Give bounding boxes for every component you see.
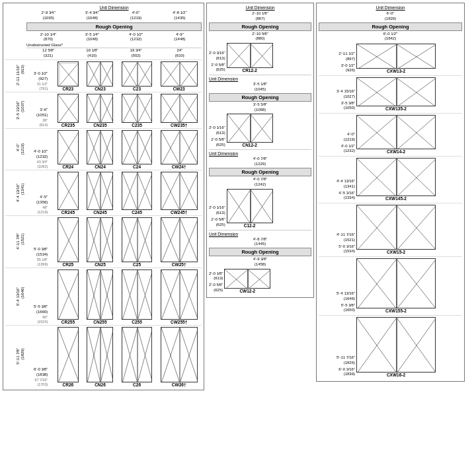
svg-line-163 — [397, 205, 436, 250]
rough-opening-label-mid1: Rough Opening — [209, 22, 311, 31]
svg-line-84 — [180, 218, 198, 262]
svg-line-148 — [397, 78, 436, 106]
window-cn23: CN23 — [87, 61, 113, 91]
window-c245: C245 — [122, 172, 152, 215]
table-row: 5'-11 7⁄8" (1829) 6'-0 3⁄8" (1838) 67 7⁄… — [5, 325, 202, 387]
table-row: 4'-4 13⁄16" (1341) 4'-5" (1356) 48" (121… — [5, 170, 202, 215]
c12-2-section: Unit Dimension 4'-0 7⁄8"(1229) Rough Ope… — [209, 149, 311, 227]
right-panel: Unit Dimension 6'-0"(1829) Rough Opening… — [316, 3, 465, 382]
svg-line-103 — [58, 328, 79, 382]
cxw14-2-section: 4'-0"(1219) 4'-0 1⁄2"(1232) CXW14-2 — [319, 113, 462, 154]
cxw15-2-section: 4'-11 7⁄16"(1521) 5'-0 3⁄16"(1534) CXW15… — [319, 203, 462, 254]
svg-line-128 — [251, 114, 273, 143]
svg-line-28 — [138, 94, 152, 123]
window-cr235: CR235 — [58, 94, 79, 127]
svg-line-62 — [138, 172, 152, 210]
table-row: 2'-11 11⁄16" (913) 3'-0 1⁄2" (927) 31 1⁄… — [5, 59, 202, 91]
svg-line-11 — [138, 62, 152, 87]
cxw155-2-section: 5'-4 13⁄16"(1646) 5'-5 3⁄8"(1650) CXW155… — [319, 256, 462, 313]
left-panel: Unit Dimension 2'-9 3⁄4" (1035) 3'-4 3⁄4… — [3, 3, 204, 390]
svg-line-0 — [58, 62, 79, 87]
window-cn235: CN235 — [87, 94, 113, 127]
svg-line-138 — [248, 269, 270, 289]
window-cw23: CW23 — [161, 61, 198, 91]
table-row: 5'-4 13⁄16" (1646) 5'-5 3⁄8" (1660) 60" … — [5, 267, 202, 324]
window-cn255: CN255 — [87, 269, 113, 324]
window-cr255: CR255 — [58, 269, 79, 324]
rough-opening-label-left: Rough Opening — [26, 22, 202, 31]
window-cn12-2: CN12-2 — [227, 114, 273, 147]
svg-line-69 — [58, 218, 79, 262]
window-c23: C23 — [122, 61, 152, 91]
svg-line-57 — [100, 172, 113, 210]
svg-line-33 — [180, 94, 198, 123]
window-c255: C255 — [122, 269, 152, 324]
table-row: 3'-5 13⁄16" (1037) 3'-6" (1051) 36" (914… — [5, 92, 202, 127]
svg-line-23 — [100, 94, 113, 123]
window-cw25: CW25† — [161, 217, 198, 267]
window-cn25: CN25 — [87, 217, 113, 267]
window-cr245: CR245 — [58, 172, 79, 215]
rough-opening-label-mid4: Rough Opening — [209, 248, 311, 256]
window-cw255: CW255† — [161, 269, 198, 324]
window-cr26: CR26 — [58, 327, 79, 387]
window-cn24: CN24 — [87, 130, 113, 169]
window-cr12-2: CR12-2 — [227, 43, 273, 73]
middle-panel: Unit Dimension 2'-10 1⁄8"(867) Rough Ope… — [206, 3, 314, 298]
svg-line-133 — [251, 190, 273, 223]
svg-line-67 — [180, 172, 198, 210]
window-cr23: CR23 — [58, 61, 79, 91]
unit-dimension-header-right: Unit Dimension — [319, 5, 462, 10]
window-cn245: CN245 — [87, 172, 113, 215]
svg-line-50 — [180, 131, 198, 164]
table-row: 4'-0" (1219) 4'-0 1⁄2" (1232) 43 3⁄4" (1… — [5, 128, 202, 169]
svg-line-118 — [180, 328, 198, 382]
svg-line-123 — [251, 44, 273, 68]
svg-line-86 — [58, 270, 79, 320]
top-dim-cn23: 3'-4 3⁄4" (1048) — [70, 11, 114, 21]
unobstructed-glass-label: Unobstructed Glass* 12 5⁄8"(321) 16 1⁄8"… — [26, 43, 202, 59]
window-cw235: CW235† — [161, 94, 198, 127]
ro-dim-cr23: 2'-10 1⁄4"(870) — [26, 32, 70, 43]
rough-opening-label-right: Rough Opening — [319, 22, 462, 31]
cw12-2-section: Unit Dimension 4'-8 7⁄8"(1445) Rough Ope… — [209, 230, 311, 293]
window-cn26: CN26 — [87, 327, 113, 387]
unit-dimension-header-mid: Unit Dimension — [209, 5, 311, 10]
row1-ro: 3'-0 1⁄2" — [34, 71, 48, 77]
svg-line-153 — [397, 116, 436, 149]
svg-line-168 — [397, 259, 436, 308]
top-dim-cr23: 2'-9 3⁄4" (1035) — [26, 11, 70, 21]
window-c26: C26 — [122, 327, 152, 387]
window-cw12-2: CW12-2 — [224, 269, 270, 293]
window-cr24: CR24 — [58, 130, 79, 169]
window-cw24: CW24† — [161, 130, 198, 169]
top-dim-cw23: 4'-8 1⁄2" (1435) — [158, 11, 202, 21]
table-row: 4'-11 7⁄8" (1521) 5'-0 3⁄8" (1534) 55 1⁄… — [5, 215, 202, 267]
window-c24: C24 — [122, 130, 152, 169]
cxw135-2-section: 3'-4 15⁄16"(1027) 3'-5 3⁄8"(1050) CXW135… — [319, 75, 462, 111]
cxw145-2-section: 4'-4 13⁄16"(1341) 4'-5 3⁄16"(1334) CXW14… — [319, 156, 462, 201]
svg-line-40 — [100, 131, 113, 164]
svg-line-143 — [397, 44, 436, 69]
cxw13-2-section: 2'-11 1⁄2"(897) 3'-0 1⁄2"(926) CXW13-2 — [319, 44, 462, 73]
svg-line-35 — [58, 131, 79, 164]
svg-line-101 — [180, 270, 198, 320]
svg-line-158 — [397, 159, 436, 196]
window-c25: C25 — [122, 217, 152, 267]
ro-dim-cn23: 3'-5 1⁄4"(1048) — [70, 32, 114, 43]
svg-line-16 — [180, 62, 198, 87]
window-cw26: CW26† — [161, 327, 198, 387]
svg-line-45 — [138, 131, 152, 164]
svg-line-173 — [397, 318, 436, 373]
ro-dim-c23: 4'-0 1⁄2"(1232) — [114, 32, 158, 43]
window-cr25: CR25 — [58, 217, 79, 267]
cxw16-2-section: 5'-11 7⁄16"(1826) 6'-0 3⁄16"(1839) CXW16… — [319, 315, 462, 377]
window-cw245: CW245† — [161, 172, 198, 215]
window-c235: C235 — [122, 94, 152, 127]
rough-opening-label-mid2: Rough Opening — [209, 93, 311, 102]
unit-dimension-header-left: Unit Dimension — [26, 5, 202, 10]
cr12-2-section: 2'-10 1⁄8"(867) Rough Opening 2'-10 5⁄8"… — [209, 11, 311, 73]
cn12-2-section: Unit Dimension 3'-5 1⁄8"(1045) Rough Ope… — [209, 75, 311, 147]
top-dim-c23: 4'-0" (1219) — [114, 11, 158, 21]
rough-opening-label-mid3: Rough Opening — [209, 168, 311, 176]
